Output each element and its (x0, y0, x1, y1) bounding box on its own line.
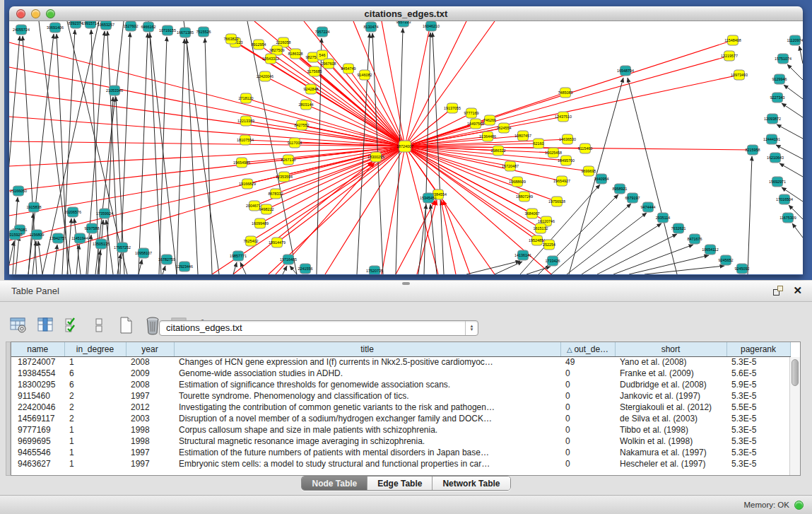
citation-edge-black[interactable] (567, 213, 647, 274)
citation-edge-red[interactable] (9, 146, 405, 265)
column-header[interactable]: name (11, 342, 64, 356)
citation-edge-black[interactable] (177, 39, 184, 274)
citation-edge-black[interactable] (784, 85, 803, 99)
float-panel-button[interactable] (773, 286, 783, 296)
select-all-button[interactable] (62, 315, 82, 335)
table-row[interactable]: 946554611997Estimation of the future num… (11, 447, 790, 458)
citation-edge-black[interactable] (159, 37, 167, 274)
graph-node-label: 30691406 (47, 25, 64, 30)
citation-edge-red[interactable] (9, 42, 405, 146)
column-header[interactable]: pagerank (726, 342, 790, 356)
citation-edge-black[interactable] (95, 21, 124, 274)
graph-node-label: 11120974 (787, 38, 803, 42)
table-cell: de Silva et al. (2003) (615, 413, 726, 424)
graph-node-label: 3175685 (307, 69, 322, 74)
table-row[interactable]: 1830029562008Estimation of significance … (11, 379, 790, 390)
tab-edge-table[interactable]: Edge Table (367, 477, 433, 490)
citation-edge-black[interactable] (748, 156, 752, 274)
citation-edge-black[interactable] (782, 103, 803, 117)
graph-node-label: 8454749 (341, 66, 356, 71)
graph-node-label: 16671385 (177, 30, 194, 35)
citation-edge-black[interactable] (139, 33, 148, 274)
graph-node-label: 11675309 (779, 216, 796, 220)
citation-edge-black[interactable] (777, 124, 803, 139)
table-select-combo[interactable]: citations_edges.txt ▲▼ (159, 320, 478, 336)
column-header[interactable]: title (174, 342, 560, 356)
citation-edge-black[interactable] (551, 204, 631, 274)
citation-edge-black[interactable] (54, 245, 57, 274)
citation-edge-black[interactable] (357, 33, 370, 274)
table-cell: Wolkin et al. (1998) (615, 436, 726, 447)
close-panel-button[interactable]: ✕ (793, 286, 802, 296)
citation-edge-red[interactable] (246, 98, 405, 146)
column-header[interactable]: △ out_de… (560, 342, 615, 356)
citation-edge-black[interactable] (792, 223, 803, 238)
citation-edge-black[interactable] (38, 241, 42, 274)
citation-edge-red[interactable] (277, 50, 405, 146)
citation-edge-red[interactable] (304, 21, 405, 146)
citation-edge-red[interactable] (277, 146, 405, 243)
citation-edge-black[interactable] (91, 30, 99, 274)
column-header[interactable]: year (126, 342, 174, 356)
new-column-button[interactable] (116, 315, 136, 335)
citation-edge-black[interactable] (163, 266, 165, 274)
table-cell: 5.5E-5 (726, 402, 790, 413)
table-row[interactable]: 1872400712008Changes of HCN gene express… (11, 356, 790, 368)
table-cell: 2008 (126, 356, 174, 368)
citation-edge-black[interactable] (779, 163, 803, 177)
citation-edge-red[interactable] (233, 162, 372, 274)
citation-edge-black[interactable] (28, 214, 33, 274)
citation-edge-red[interactable] (443, 200, 470, 274)
table-row[interactable]: 946362711997Embryonic stem cells: a mode… (11, 458, 790, 469)
table-row[interactable]: 911546021997Tourette syndrome. Phenomeno… (11, 390, 790, 402)
show-columns-button[interactable] (35, 315, 55, 335)
citation-edge-black[interactable] (645, 266, 724, 274)
citation-edge-black[interactable] (628, 78, 677, 274)
citation-edge-black[interactable] (582, 223, 661, 274)
table-cell: 0 (560, 402, 615, 413)
table-row[interactable]: 969969511998Structural magnetic resonanc… (11, 436, 790, 447)
citation-edge-black[interactable] (799, 46, 803, 64)
scrollbar-thumb[interactable] (792, 359, 799, 386)
citation-edge-red[interactable] (405, 146, 562, 181)
table-cell: 2 (64, 402, 126, 413)
citation-edge-black[interactable] (787, 64, 803, 80)
citation-edge-black[interactable] (597, 234, 677, 274)
citation-edge-red[interactable] (405, 21, 466, 146)
clear-selection-button[interactable] (89, 315, 109, 335)
table-row[interactable]: 1456911722003Disruption of a novel membe… (11, 413, 790, 424)
column-header[interactable]: short (615, 342, 726, 356)
table-cell: Estimation of the future numbers of pati… (174, 447, 560, 458)
citation-edge-black[interactable] (430, 204, 437, 274)
citation-edge-black[interactable] (16, 236, 19, 274)
graph-node-label: 9498222 (259, 207, 274, 211)
citation-edge-black[interactable] (120, 33, 130, 274)
citation-edge-black[interactable] (184, 21, 219, 274)
table-row[interactable]: 1938455462009Genome-wide association stu… (11, 368, 790, 379)
graph-node-label: 17957252 (114, 245, 131, 250)
table-cell: 9463627 (11, 458, 64, 469)
network-graph[interactable]: 1872400718300295193845549860123891295422… (9, 21, 803, 274)
citation-edge-red[interactable] (405, 56, 729, 146)
graph-node-label: 19166829 (239, 182, 256, 186)
table-scrollbar[interactable] (789, 357, 800, 475)
graph-canvas[interactable]: 1872400718300295193845549860123891295422… (9, 21, 803, 274)
citation-edge-red[interactable] (246, 121, 405, 146)
split-divider-handle[interactable] (402, 282, 410, 285)
table-row[interactable]: 977716911998Corpus callosum shape and si… (11, 424, 790, 436)
graph-node-label: 1156809 (30, 233, 45, 237)
citation-edge-red[interactable] (247, 146, 405, 184)
citation-edge-black[interactable] (613, 245, 693, 274)
window-titlebar[interactable]: citations_edges.txt (9, 6, 803, 21)
citation-edge-black[interactable] (148, 21, 177, 274)
tab-network-table[interactable]: Network Table (433, 477, 510, 490)
table-row[interactable]: 2242004622012Investigating the contribut… (11, 402, 790, 413)
citation-edge-red[interactable] (396, 200, 435, 274)
column-header[interactable]: in_degree (64, 342, 126, 356)
citation-edge-red[interactable] (314, 71, 405, 146)
citation-edge-black[interactable] (150, 33, 161, 274)
tab-node-table[interactable]: Node Table (302, 477, 367, 490)
table-mode-button[interactable] (8, 315, 28, 335)
graph-node-label: 8678332 (269, 192, 283, 196)
citation-edge-black[interactable] (283, 266, 287, 274)
